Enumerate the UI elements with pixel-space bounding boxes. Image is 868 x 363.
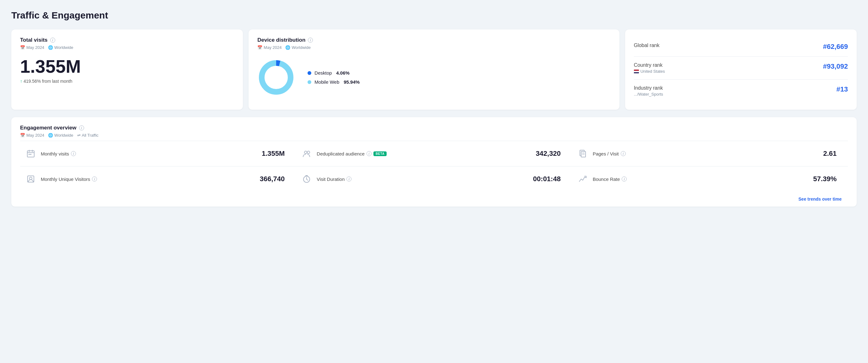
globe-icon: 🌐 — [48, 45, 53, 50]
svg-point-0 — [262, 63, 290, 92]
mobile-dot — [308, 80, 311, 84]
eng-calendar-icon: 📅 — [20, 133, 25, 138]
metric-monthly-visits: Monthly visits i 1.355M — [20, 141, 296, 166]
engagement-date: 📅 May 2024 — [20, 133, 44, 138]
country-rank-row: Country rank United States #93,092 — [634, 57, 848, 79]
total-visits-change-pct: 419.56% — [24, 79, 41, 84]
svg-point-8 — [304, 151, 307, 154]
visit-duration-label: Visit Duration i — [317, 176, 351, 182]
pages-metric-icon — [577, 148, 588, 159]
device-distribution-card: Device distribution i 📅 May 2024 🌐 World… — [249, 30, 619, 110]
global-rank-label-group: Global rank — [634, 43, 660, 48]
visit-duration-info-icon[interactable]: i — [346, 176, 351, 182]
device-dist-title: Device distribution i — [257, 37, 610, 43]
bounce-rate-label: Bounce Rate i — [593, 176, 627, 182]
metric-unique-visitors: Monthly Unique Visitors i 366,740 — [20, 166, 296, 192]
unique-visitors-info-icon[interactable]: i — [92, 176, 97, 182]
device-chart-area: Desktop 4.06% Mobile Web 95.94% — [257, 59, 610, 96]
total-visits-card: Total visits i 📅 May 2024 🌐 Worldwide 1.… — [11, 30, 243, 110]
metric-dedup-audience: Deduplicated audience i BETA 342,320 — [296, 141, 572, 166]
beta-badge: BETA — [373, 152, 386, 156]
pages-visit-info-icon[interactable]: i — [621, 151, 626, 156]
unique-visitors-value: 366,740 — [260, 175, 291, 183]
device-dist-region: 🌐 Worldwide — [285, 45, 310, 50]
svg-rect-6 — [29, 154, 30, 155]
svg-point-9 — [307, 151, 310, 154]
monthly-visits-value: 1.355M — [262, 150, 291, 158]
industry-rank-row: Industry rank .../Water_Sports #13 — [634, 79, 848, 102]
page-title: Traffic & Engagement — [11, 10, 857, 21]
visit-duration-value: 00:01:48 — [533, 175, 567, 183]
eng-filter-icon: ⇌ — [77, 133, 81, 138]
unique-visitors-label: Monthly Unique Visitors i — [41, 176, 97, 182]
device-globe-icon: 🌐 — [285, 45, 290, 50]
mobile-legend-item: Mobile Web 95.94% — [308, 79, 360, 85]
country-rank-label: Country rank — [634, 62, 665, 68]
bounce-metric-icon — [577, 173, 588, 185]
eng-globe-icon: 🌐 — [48, 133, 53, 138]
pages-visit-label: Pages / Visit i — [593, 151, 626, 157]
engagement-header: Engagement overview i 📅 May 2024 🌐 World… — [20, 125, 848, 138]
engagement-info-icon[interactable]: i — [79, 125, 84, 130]
total-visits-title: Total visits i — [20, 37, 234, 43]
see-trends-link[interactable]: See trends over time — [20, 192, 848, 206]
total-visits-change: ↑ 419.56% from last month — [20, 79, 234, 84]
dedup-audience-label: Deduplicated audience i BETA — [317, 151, 386, 157]
industry-rank-sub: .../Water_Sports — [634, 92, 663, 97]
engagement-traffic: ⇌ All Traffic — [77, 133, 98, 138]
svg-point-15 — [30, 177, 32, 179]
engagement-overview-card: Engagement overview i 📅 May 2024 🌐 World… — [11, 117, 857, 206]
engagement-title: Engagement overview i — [20, 125, 848, 131]
clock-metric-icon — [301, 173, 312, 185]
desktop-dot — [308, 71, 311, 75]
bounce-rate-info-icon[interactable]: i — [622, 176, 627, 182]
total-visits-date: 📅 May 2024 — [20, 45, 44, 50]
country-rank-sub: United States — [634, 69, 665, 74]
dedup-audience-info-icon[interactable]: i — [367, 151, 372, 156]
device-legend: Desktop 4.06% Mobile Web 95.94% — [308, 70, 360, 85]
device-dist-info-icon[interactable]: i — [308, 38, 313, 43]
audience-metric-icon — [301, 148, 312, 159]
desktop-legend-item: Desktop 4.06% — [308, 70, 360, 75]
calendar-icon: 📅 — [20, 45, 25, 50]
industry-rank-value: #13 — [836, 85, 848, 93]
svg-rect-7 — [30, 154, 31, 155]
device-calendar-icon: 📅 — [257, 45, 262, 50]
total-visits-region: 🌐 Worldwide — [48, 45, 73, 50]
dedup-audience-value: 342,320 — [536, 150, 567, 158]
us-flag-icon — [634, 70, 639, 73]
device-dist-subtitle: 📅 May 2024 🌐 Worldwide — [257, 45, 610, 50]
country-rank-value: #93,092 — [823, 62, 848, 70]
svg-line-18 — [307, 179, 308, 180]
engagement-region: 🌐 Worldwide — [48, 133, 73, 138]
pages-visit-value: 2.61 — [823, 150, 843, 158]
global-rank-row: Global rank #62,669 — [634, 37, 848, 57]
total-visits-info-icon[interactable]: i — [50, 38, 55, 43]
visitor-metric-icon — [25, 173, 36, 185]
device-donut-chart — [257, 59, 295, 96]
engagement-subtitle: 📅 May 2024 🌐 Worldwide ⇌ All Traffic — [20, 133, 848, 138]
metric-pages-visit: Pages / Visit i 2.61 — [572, 141, 848, 166]
country-rank-label-group: Country rank United States — [634, 62, 665, 74]
metric-bounce-rate: Bounce Rate i 57.39% — [572, 166, 848, 192]
industry-rank-label-group: Industry rank .../Water_Sports — [634, 85, 663, 97]
total-visits-change-label: from last month — [42, 79, 72, 84]
metric-visit-duration: Visit Duration i 00:01:48 — [296, 166, 572, 192]
monthly-visits-info-icon[interactable]: i — [71, 151, 76, 156]
industry-rank-label: Industry rank — [634, 85, 663, 91]
global-rank-value: #62,669 — [823, 43, 848, 51]
top-row: Total visits i 📅 May 2024 🌐 Worldwide 1.… — [11, 30, 857, 110]
bounce-rate-value: 57.39% — [813, 175, 843, 183]
total-visits-value: 1.355M — [20, 57, 234, 75]
monthly-visits-label: Monthly visits i — [41, 151, 76, 157]
device-dist-date: 📅 May 2024 — [257, 45, 281, 50]
metrics-grid: Monthly visits i 1.355M Deduplicated aud… — [20, 141, 848, 192]
rank-card: Global rank #62,669 Country rank United … — [625, 30, 857, 110]
calendar-metric-icon — [25, 148, 36, 159]
total-visits-subtitle: 📅 May 2024 🌐 Worldwide — [20, 45, 234, 50]
global-rank-label: Global rank — [634, 43, 660, 48]
